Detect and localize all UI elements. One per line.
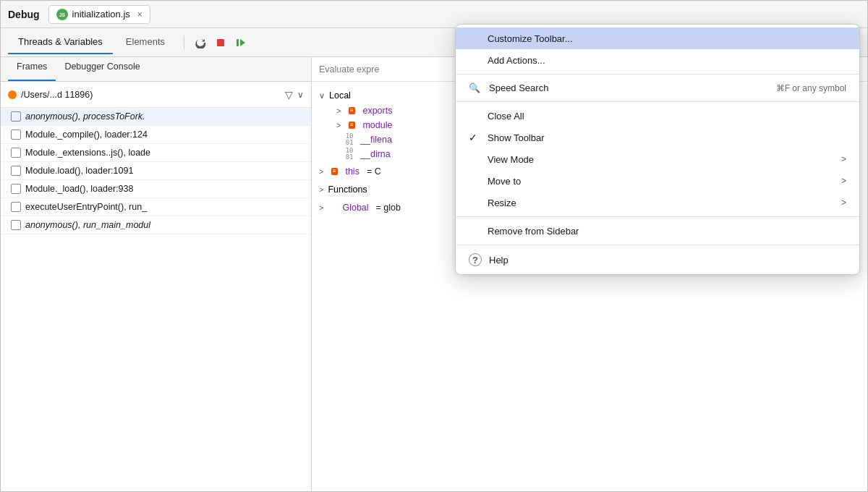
frame-icon: [11, 130, 21, 140]
js-file-icon: JS: [56, 9, 68, 20]
table-row[interactable]: executeUserEntryPoint(), run_: [1, 198, 311, 216]
this-var-value: = C: [367, 166, 381, 177]
thread-selector[interactable]: /Users/...d 11896) ▽ ∨: [1, 82, 311, 108]
context-menu: Customize Toolbar... Add Actions... 🔍 Sp…: [455, 24, 860, 275]
frame-icon: [11, 148, 21, 158]
table-row[interactable]: Module._compile(), loader:124: [1, 126, 311, 144]
elements-tab[interactable]: Elements: [116, 30, 175, 54]
debugger-console-tab[interactable]: Debugger Console: [56, 57, 148, 81]
exports-var-name: exports: [362, 106, 392, 116]
toolbar-divider-1: [184, 35, 184, 50]
dirname-var-name: __dirna: [360, 149, 391, 159]
check-placeholder: [469, 33, 480, 44]
svg-rect-3: [237, 39, 239, 46]
check-placeholder: [469, 197, 480, 208]
speed-search-item[interactable]: 🔍 Speed Search ⌘F or any symbol: [456, 77, 859, 98]
remove-from-sidebar-item[interactable]: Remove from Sidebar: [456, 220, 859, 242]
menu-separator-3: [456, 216, 859, 217]
move-to-item[interactable]: Move to >: [456, 170, 859, 192]
frames-tab[interactable]: Frames: [8, 57, 56, 81]
remove-from-sidebar-label: Remove from Sidebar: [488, 226, 846, 237]
file-tab[interactable]: JS initialization.js ×: [48, 5, 150, 24]
global-type-icon: [328, 203, 338, 213]
stack-frames: anonymous(), processToFork. Module._comp…: [1, 108, 311, 491]
module-chevron-icon: >: [336, 121, 341, 130]
module-type-icon: ≡: [345, 120, 358, 130]
frame-name: Module._compile(), loader:124: [25, 130, 148, 140]
menu-separator-1: [456, 74, 859, 75]
table-row[interactable]: anonymous(), processToFork.: [1, 108, 311, 126]
stop-button[interactable]: [210, 33, 231, 53]
table-row[interactable]: Module._load(), loader:938: [1, 180, 311, 198]
move-to-arrow-icon: >: [841, 176, 846, 186]
move-to-label: Move to: [488, 176, 834, 187]
frame-name: anonymous(), processToFork.: [25, 111, 145, 122]
frame-icon: [11, 111, 21, 122]
speed-search-shortcut: ⌘F or any symbol: [776, 83, 846, 93]
table-row[interactable]: Module.load(), loader:1091: [1, 162, 311, 180]
this-chevron-icon: >: [319, 167, 323, 176]
menu-separator-2: [456, 101, 859, 102]
close-all-label: Close All: [488, 111, 846, 122]
thread-status-dot: [8, 90, 17, 99]
module-var-name: module: [362, 120, 392, 130]
show-toolbar-check: ✓: [469, 132, 480, 143]
frame-name: Module._load(), loader:938: [25, 184, 133, 194]
left-panel: Frames Debugger Console /Users/...d 1189…: [1, 57, 312, 491]
help-item[interactable]: ? Help: [456, 248, 859, 271]
svg-text:JS: JS: [59, 12, 65, 17]
evaluate-label: Evaluate expre: [319, 64, 379, 75]
thread-chevron-icon[interactable]: ∨: [297, 90, 304, 100]
frame-name: Module._extensions..js(), loade: [25, 148, 150, 158]
menu-separator-4: [456, 245, 859, 245]
frame-icon: [11, 202, 21, 212]
help-icon: ?: [469, 253, 482, 266]
local-group-label: Local: [329, 90, 351, 101]
view-mode-label: View Mode: [488, 154, 834, 165]
global-var-name: Global: [342, 203, 368, 213]
check-placeholder: [469, 54, 480, 66]
table-row[interactable]: Module._extensions..js(), loade: [1, 144, 311, 162]
customize-toolbar-label: Customize Toolbar...: [488, 33, 846, 44]
filename-var-name: __filena: [360, 135, 392, 145]
svg-rect-2: [217, 39, 224, 46]
file-tab-label: initialization.js: [72, 9, 130, 20]
close-all-item[interactable]: Close All: [456, 105, 859, 127]
thread-label: /Users/...d 11896): [21, 90, 281, 100]
debug-window: Debug JS initialization.js × Threads & V…: [0, 0, 868, 492]
global-chevron-icon: >: [319, 203, 323, 212]
frame-name: executeUserEntryPoint(), run_: [25, 202, 147, 212]
exports-type-icon: ≡: [345, 106, 358, 116]
add-actions-item[interactable]: Add Actions...: [456, 49, 859, 71]
reload-button[interactable]: [190, 33, 210, 53]
add-actions-label: Add Actions...: [488, 55, 846, 66]
resize-item[interactable]: Resize >: [456, 192, 859, 213]
customize-toolbar-item[interactable]: Customize Toolbar...: [456, 27, 859, 49]
filter-icon[interactable]: ▽: [285, 89, 293, 101]
frame-icon: [11, 184, 21, 194]
threads-variables-tab[interactable]: Threads & Variables: [8, 30, 113, 54]
table-row[interactable]: anonymous(), run_main_modul: [1, 216, 311, 234]
show-toolbar-label: Show Toolbar: [488, 132, 846, 143]
resume-button[interactable]: [231, 33, 251, 53]
search-icon: 🔍: [469, 82, 482, 93]
view-mode-item[interactable]: View Mode >: [456, 148, 859, 170]
frame-icon: [11, 166, 21, 176]
app-title: Debug: [8, 9, 40, 20]
check-placeholder: [469, 225, 480, 237]
show-toolbar-item[interactable]: ✓ Show Toolbar: [456, 127, 859, 148]
dirname-type-icon: 1001: [343, 149, 356, 159]
functions-group-label: Functions: [328, 184, 367, 195]
sub-tabs: Frames Debugger Console: [1, 57, 311, 82]
resize-arrow-icon: >: [841, 198, 846, 208]
this-type-icon: ≡: [328, 166, 341, 177]
help-label: Help: [489, 255, 846, 266]
tab-close-button[interactable]: ×: [137, 9, 142, 20]
resize-label: Resize: [488, 198, 834, 208]
frame-name: anonymous(), run_main_modul: [25, 220, 150, 230]
frame-name: Module.load(), loader:1091: [25, 166, 133, 176]
svg-marker-4: [240, 39, 245, 46]
filename-type-icon: 1001: [343, 135, 356, 145]
speed-search-label: Speed Search: [489, 82, 769, 93]
exports-chevron-icon: >: [336, 106, 341, 115]
